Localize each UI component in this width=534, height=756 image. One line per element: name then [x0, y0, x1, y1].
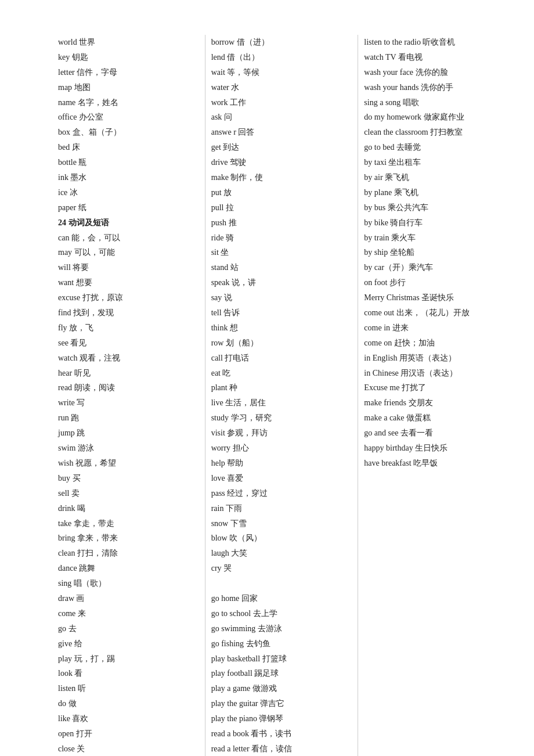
list-item: push 推	[211, 215, 352, 231]
list-item: clean 打扫，清除	[58, 546, 199, 561]
list-item: ask 问	[211, 110, 352, 125]
list-item: play basketball 打篮球	[211, 651, 352, 667]
list-item: bottle 瓶	[58, 155, 199, 170]
list-item: by air 乘飞机	[364, 170, 505, 185]
list-item: pull 拉	[211, 200, 352, 215]
list-item: play the guitar 弹吉它	[211, 696, 352, 711]
list-item: key 钥匙	[58, 50, 199, 65]
list-item: go and see 去看一看	[364, 426, 505, 441]
list-item: dance 跳舞	[58, 561, 199, 576]
list-item: study 学习，研究	[211, 411, 352, 426]
list-item: bed 床	[58, 140, 199, 155]
list-item: pass 经过，穿过	[211, 486, 352, 501]
list-item: by bus 乘公共汽车	[364, 200, 505, 215]
list-item: go swimming 去游泳	[211, 621, 352, 636]
list-item: worry 担心	[211, 441, 352, 456]
list-item: ride 骑	[211, 231, 352, 246]
list-item: see 看见	[58, 336, 199, 351]
list-item	[211, 576, 352, 591]
list-item: world 世界	[58, 35, 199, 50]
list-item: on foot 步行	[364, 275, 505, 290]
list-item: like 喜欢	[58, 711, 199, 726]
list-item: run 跑	[58, 411, 199, 426]
list-item: by car（开）乘汽车	[364, 260, 505, 275]
list-item: 24 动词及短语	[58, 215, 199, 231]
list-item: water 水	[211, 80, 352, 95]
list-item: drink 喝	[58, 501, 199, 516]
list-item: read 朗读，阅读	[58, 380, 199, 395]
column-2: borrow 借（进）lend 借（出）wait 等，等候water 水work…	[211, 35, 359, 756]
list-item: may 可以，可能	[58, 245, 199, 260]
list-item: sit 坐	[211, 245, 352, 260]
list-item: read a letter 看信，读信	[211, 741, 352, 756]
list-item: go to school 去上学	[211, 606, 352, 621]
list-item: plant 种	[211, 380, 352, 395]
list-item: can 能，会，可以	[58, 231, 199, 246]
list-item: ink 墨水	[58, 170, 199, 185]
list-item: visit 参观，拜访	[211, 426, 352, 441]
list-item: Excuse me 打扰了	[364, 380, 505, 395]
list-item: play a game 做游戏	[211, 681, 352, 696]
list-item: do 做	[58, 696, 199, 711]
list-item: map 地图	[58, 80, 199, 95]
list-item: say 说	[211, 290, 352, 305]
list-item: listen 听	[58, 681, 199, 696]
list-item: speak 说，讲	[211, 275, 352, 290]
list-item: come out 出来，（花儿）开放	[364, 305, 505, 321]
list-item: row 划（船）	[211, 336, 352, 351]
list-item: find 找到，发现	[58, 305, 199, 321]
list-item: tell 告诉	[211, 305, 352, 321]
list-item: take 拿走，带走	[58, 516, 199, 531]
list-item: call 打电话	[211, 351, 352, 366]
list-item: answe r 回答	[211, 125, 352, 140]
list-item: write 写	[58, 395, 199, 411]
list-item: excuse 打扰，原谅	[58, 290, 199, 305]
list-item: bring 拿来，带来	[58, 531, 199, 546]
list-item: blow 吹（风）	[211, 531, 352, 546]
list-item: play football 踢足球	[211, 666, 352, 681]
list-item: read a book 看书，读书	[211, 726, 352, 741]
list-item: love 喜爱	[211, 471, 352, 486]
list-item: close 关	[58, 741, 199, 756]
list-item: come on 赶快；加油	[364, 336, 505, 351]
list-item: drive 驾驶	[211, 155, 352, 170]
list-item: swim 游泳	[58, 441, 199, 456]
list-item: play 玩，打，踢	[58, 651, 199, 667]
list-item: office 办公室	[58, 110, 199, 125]
list-item: wash your hands 洗你的手	[364, 80, 505, 95]
list-item: clean the classroom 打扫教室	[364, 125, 505, 140]
list-item: eat 吃	[211, 366, 352, 381]
list-item: will 将要	[58, 260, 199, 275]
list-item: make friends 交朋友	[364, 395, 505, 411]
list-item: make 制作，使	[211, 170, 352, 185]
list-item: put 放	[211, 185, 352, 200]
list-item: laugh 大笑	[211, 546, 352, 561]
list-item: wash your face 洗你的脸	[364, 65, 505, 80]
list-item: by plane 乘飞机	[364, 185, 505, 200]
list-item: by train 乘火车	[364, 231, 505, 246]
list-item: go 去	[58, 621, 199, 636]
list-item: letter 信件，字母	[58, 65, 199, 80]
list-item: make a cake 做蛋糕	[364, 411, 505, 426]
list-item: go to bed 去睡觉	[364, 140, 505, 155]
list-item: give 给	[58, 636, 199, 651]
list-item: go home 回家	[211, 591, 352, 606]
list-item: fly 放，飞	[58, 321, 199, 336]
list-item: borrow 借（进）	[211, 35, 352, 50]
list-item: Merry Christmas 圣诞快乐	[364, 290, 505, 305]
list-item: happy birthday 生日快乐	[364, 441, 505, 456]
list-item: live 生活，居住	[211, 395, 352, 411]
list-item: play the piano 弹钢琴	[211, 711, 352, 726]
list-item: get 到达	[211, 140, 352, 155]
column-3: listen to the radio 听收音机watch TV 看电视wash…	[364, 35, 511, 471]
list-item: wait 等，等候	[211, 65, 352, 80]
list-item: box 盒、箱（子）	[58, 125, 199, 140]
list-item: help 帮助	[211, 456, 352, 471]
list-item: in Chinese 用汉语（表达）	[364, 366, 505, 381]
list-item: jump 跳	[58, 426, 199, 441]
list-item: rain 下雨	[211, 501, 352, 516]
list-item: sing a song 唱歌	[364, 95, 505, 110]
list-item: sell 卖	[58, 486, 199, 501]
list-item: watch TV 看电视	[364, 50, 505, 65]
list-item: in English 用英语（表达）	[364, 351, 505, 366]
